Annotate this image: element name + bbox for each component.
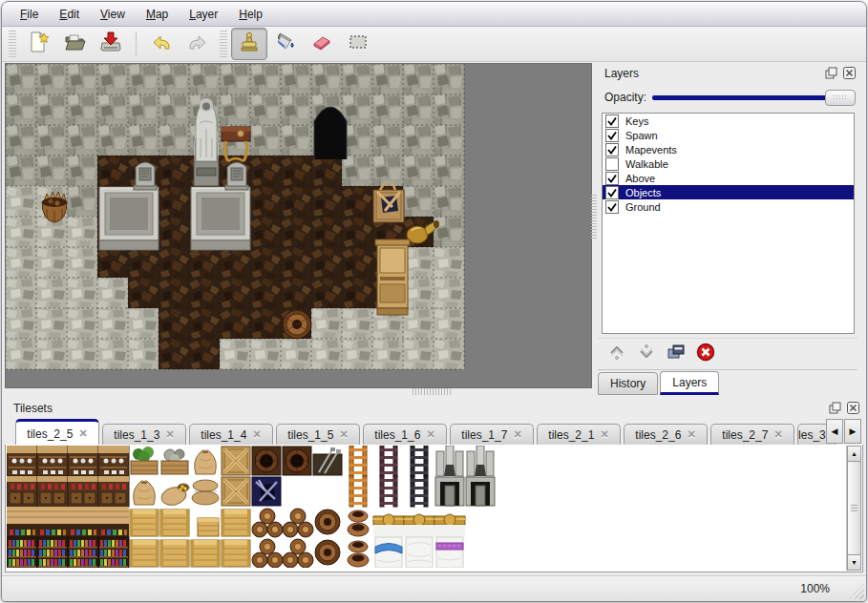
new-file-button[interactable] xyxy=(20,28,56,60)
tile-shelf-dishes[interactable] xyxy=(7,446,37,476)
save-file-button[interactable] xyxy=(93,28,129,60)
tileset-scrollbar[interactable]: ▲ ▼ xyxy=(846,446,861,571)
tileset-tab-tiles_2_6[interactable]: tiles_2_6✕ xyxy=(624,424,708,445)
tile-crate-yellow-small[interactable] xyxy=(198,518,219,536)
tileset-tab-tiles_2_5[interactable]: tiles_2_5✕ xyxy=(15,419,99,446)
tile-shelf-wood-top[interactable] xyxy=(98,507,129,537)
tile-arch-doorway[interactable] xyxy=(466,477,495,506)
tile-bed-white[interactable] xyxy=(406,537,433,568)
layer-visibility-checkbox[interactable] xyxy=(605,143,619,156)
tileset-tab-tiles_1_3[interactable]: tiles_1_3✕ xyxy=(102,424,186,445)
redo-button[interactable] xyxy=(180,28,216,60)
tile-barrel-top-dark[interactable] xyxy=(252,447,281,475)
layer-row-objects[interactable]: Objects xyxy=(603,185,854,199)
tile-bed-purple[interactable] xyxy=(436,537,463,568)
tile-bed-gold-frame[interactable] xyxy=(404,514,434,537)
layer-visibility-checkbox[interactable] xyxy=(605,114,619,128)
opacity-slider[interactable] xyxy=(648,89,856,106)
tile-shelf-dishes[interactable] xyxy=(37,446,68,476)
layer-row-mapevents[interactable]: Mapevents xyxy=(603,142,854,156)
layer-row-spawn[interactable]: Spawn xyxy=(603,128,854,142)
layer-row-ground[interactable]: Ground xyxy=(603,199,854,214)
undo-button[interactable] xyxy=(143,28,180,60)
layer-visibility-checkbox[interactable] xyxy=(605,172,619,185)
stamp-tool-button[interactable] xyxy=(231,28,267,60)
tile-crate-yellow[interactable] xyxy=(130,509,159,536)
tile-shelf-wood-top[interactable] xyxy=(7,507,37,537)
layer-row-keys[interactable]: Keys xyxy=(603,114,854,128)
tile-arch-doorway[interactable] xyxy=(435,477,464,506)
eraser-tool-button[interactable] xyxy=(304,28,340,60)
float-icon[interactable] xyxy=(825,66,837,78)
tile-crate-yellow[interactable] xyxy=(191,540,220,567)
tileset-tab-tiles_1_6[interactable]: tiles_1_6✕ xyxy=(363,424,447,445)
close-tab-icon[interactable]: ✕ xyxy=(687,428,695,441)
menu-view[interactable]: View xyxy=(92,5,134,24)
layer-visibility-checkbox[interactable] xyxy=(605,129,619,142)
tile-rock-box[interactable] xyxy=(161,449,188,474)
tile-crate-yellow[interactable] xyxy=(222,540,250,567)
tab-scroll-right-icon[interactable]: ▶ xyxy=(844,419,861,444)
delete-layer-button[interactable] xyxy=(695,343,716,364)
tile-crate-x[interactable] xyxy=(222,477,250,506)
rect-select-tool-button[interactable] xyxy=(340,28,376,60)
lower-layer-button[interactable] xyxy=(636,343,657,364)
tab-scroll-left-icon[interactable]: ◀ xyxy=(826,419,843,444)
close-tab-icon[interactable]: ✕ xyxy=(78,427,87,440)
close-tab-icon[interactable]: ✕ xyxy=(600,428,608,441)
tile-crate-x[interactable] xyxy=(222,447,250,475)
close-tab-icon[interactable]: ✕ xyxy=(513,428,521,441)
close-tab-icon[interactable]: ✕ xyxy=(165,428,174,441)
tileset-tab-tiles_1_7[interactable]: tiles_1_7✕ xyxy=(450,424,534,445)
tile-bed-blue[interactable] xyxy=(375,537,402,568)
opacity-slider-handle[interactable] xyxy=(825,90,856,106)
open-file-button[interactable] xyxy=(56,28,93,60)
tile-crate-yellow[interactable] xyxy=(130,540,159,567)
tileset-tab-tiles_2_7[interactable]: tiles_2_7✕ xyxy=(710,424,794,445)
tile-shelf-drawers[interactable] xyxy=(37,476,68,507)
tile-barrel-top[interactable] xyxy=(315,540,340,565)
map-canvas[interactable] xyxy=(5,63,592,388)
close-tab-icon[interactable]: ✕ xyxy=(426,428,434,441)
tileset-tab-tiles_1_5[interactable]: tiles_1_5✕ xyxy=(276,424,360,445)
tileset-tab-tiles_1_4[interactable]: tiles_1_4✕ xyxy=(189,424,273,445)
close-tab-icon[interactable]: ✕ xyxy=(252,428,261,441)
tab-history[interactable]: History xyxy=(598,372,658,395)
tab-layers[interactable]: Layers xyxy=(660,371,719,395)
tile-shelf-bottles[interactable] xyxy=(68,537,98,568)
float-icon[interactable] xyxy=(829,401,841,413)
menu-file[interactable]: File xyxy=(11,5,47,24)
layer-visibility-checkbox[interactable] xyxy=(605,200,619,214)
close-icon[interactable] xyxy=(847,401,859,413)
layer-row-above[interactable]: Above xyxy=(603,171,854,185)
resize-grip-icon[interactable] xyxy=(849,584,864,599)
tile-crate-yellow[interactable] xyxy=(222,509,250,536)
raise-layer-button[interactable] xyxy=(606,343,627,364)
tile-shelf-dishes[interactable] xyxy=(98,446,129,476)
menu-map[interactable]: Map xyxy=(138,5,177,24)
tile-shelf-bottles[interactable] xyxy=(7,537,37,568)
menu-layer[interactable]: Layer xyxy=(180,5,226,24)
scroll-down-icon[interactable]: ▼ xyxy=(847,554,861,571)
tile-crate-yellow[interactable] xyxy=(160,509,189,536)
tile-bed-gold-frame[interactable] xyxy=(373,514,404,537)
tile-shelf-wood-top[interactable] xyxy=(37,507,68,537)
tile-barrel-top-dark[interactable] xyxy=(283,447,311,475)
tile-shelf-bottles[interactable] xyxy=(98,537,129,568)
menu-help[interactable]: Help xyxy=(230,5,271,24)
duplicate-layer-button[interactable] xyxy=(666,343,687,364)
tile-barrel-top[interactable] xyxy=(315,509,340,534)
tile-crate-blue-broken[interactable] xyxy=(252,477,281,506)
tile-shelf-wood-top[interactable] xyxy=(68,507,98,537)
layer-row-walkable[interactable]: Walkable xyxy=(603,156,854,171)
close-icon[interactable] xyxy=(843,66,856,78)
tile-shelf-dishes[interactable] xyxy=(68,446,98,476)
tile-shelf-drawers[interactable] xyxy=(7,476,37,507)
tile-crate-yellow[interactable] xyxy=(160,540,189,567)
close-tab-icon[interactable]: ✕ xyxy=(339,428,348,441)
fill-tool-button[interactable] xyxy=(267,28,304,60)
tileset-tab-tiles_2_1[interactable]: tiles_2_1✕ xyxy=(537,424,621,445)
tile-bed-gold-frame[interactable] xyxy=(434,514,465,537)
layer-visibility-checkbox[interactable] xyxy=(605,186,619,199)
menu-edit[interactable]: Edit xyxy=(51,5,88,24)
